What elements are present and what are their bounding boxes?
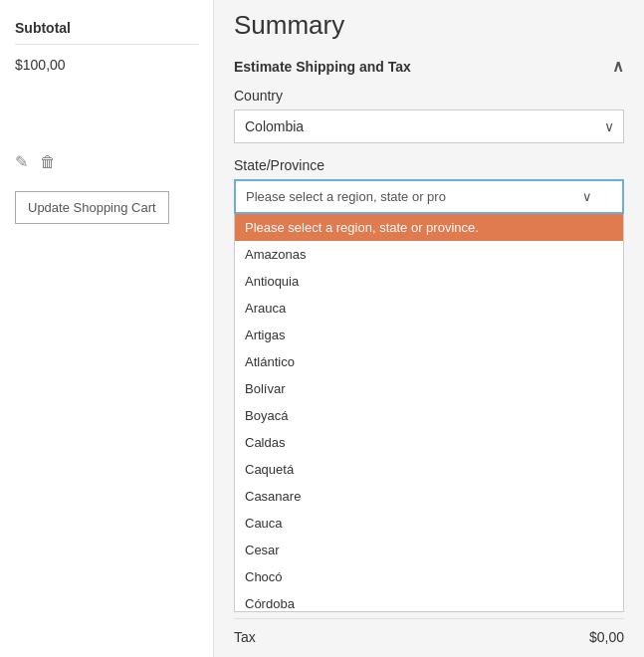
tax-value: $0,00 xyxy=(589,629,624,645)
dropdown-item[interactable]: Arauca xyxy=(235,295,623,322)
tax-row: Tax $0,00 xyxy=(234,618,624,655)
estimate-shipping-label: Estimate Shipping and Tax xyxy=(234,59,411,75)
action-icons: ✎ 🗑 xyxy=(15,152,198,171)
country-select-wrapper: Colombia ∨ xyxy=(234,110,624,143)
update-cart-button[interactable]: Update Shopping Cart xyxy=(15,191,169,224)
right-panel: Summary Estimate Shipping and Tax ∧ Coun… xyxy=(214,0,644,657)
dropdown-item[interactable]: Caldas xyxy=(235,429,623,456)
dropdown-item[interactable]: Chocó xyxy=(235,563,623,590)
country-label: Country xyxy=(234,88,624,104)
tax-label: Tax xyxy=(234,629,256,645)
state-select-display[interactable]: Please select a region, state or pro ∨ xyxy=(234,179,624,214)
dropdown-item[interactable]: Please select a region, state or provinc… xyxy=(235,214,623,241)
left-panel: Subtotal $100,00 ✎ 🗑 Update Shopping Car… xyxy=(0,0,214,657)
estimate-shipping-header[interactable]: Estimate Shipping and Tax ∧ xyxy=(234,57,624,76)
edit-icon[interactable]: ✎ xyxy=(15,152,28,171)
dropdown-item[interactable]: Bolívar xyxy=(235,375,623,402)
dropdown-item[interactable]: Casanare xyxy=(235,483,623,510)
country-select[interactable]: Colombia xyxy=(234,110,624,143)
summary-title: Summary xyxy=(234,10,624,41)
state-dropdown-list: Please select a region, state or provinc… xyxy=(234,214,624,612)
dropdown-item[interactable]: Caquetá xyxy=(235,456,623,483)
delete-icon[interactable]: 🗑 xyxy=(40,153,56,171)
dropdown-item[interactable]: Boyacá xyxy=(235,402,623,429)
dropdown-item[interactable]: Amazonas xyxy=(235,241,623,268)
subtotal-value: $100,00 xyxy=(15,57,198,73)
dropdown-item[interactable]: Cesar xyxy=(235,537,623,563)
state-select-wrapper: Please select a region, state or pro ∨ P… xyxy=(234,179,624,612)
state-placeholder-text: Please select a region, state or pro xyxy=(246,189,446,204)
dropdown-item[interactable]: Cauca xyxy=(235,510,623,537)
subtotal-label: Subtotal xyxy=(15,20,198,45)
collapse-icon[interactable]: ∧ xyxy=(612,57,624,76)
dropdown-item[interactable]: Córdoba xyxy=(235,590,623,612)
dropdown-item[interactable]: Artigas xyxy=(235,322,623,348)
state-label: State/Province xyxy=(234,157,624,173)
dropdown-item[interactable]: Atlántico xyxy=(235,348,623,375)
dropdown-item[interactable]: Antioquia xyxy=(235,268,623,295)
state-dropdown-icon: ∨ xyxy=(582,189,592,204)
